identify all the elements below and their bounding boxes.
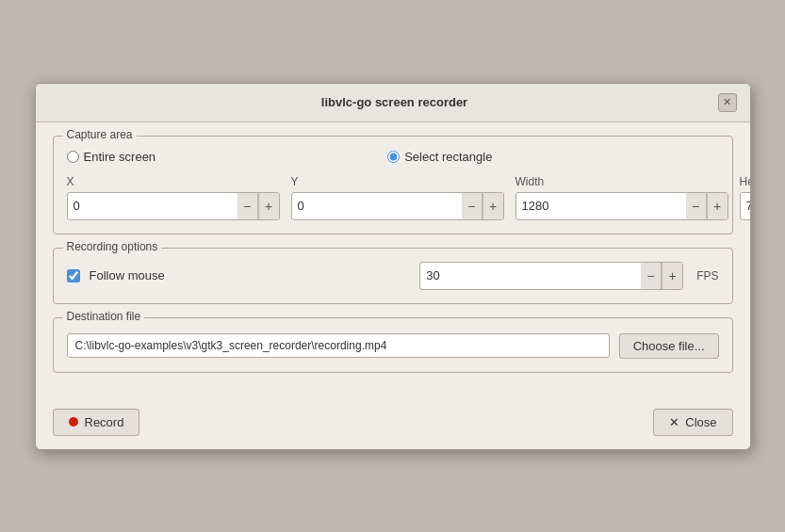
record-dot-icon (69, 417, 78, 427)
entire-screen-radio[interactable] (67, 151, 79, 163)
width-increment-button[interactable]: + (707, 193, 728, 219)
x-decrement-button[interactable]: − (237, 193, 258, 219)
x-increment-button[interactable]: + (258, 193, 279, 219)
destination-file-group: Destination file Choose file... (53, 317, 733, 373)
follow-mouse-label: Follow mouse (90, 268, 165, 282)
fps-spinbox: − + (419, 262, 683, 290)
y-spinbox: − + (291, 192, 504, 220)
recording-options-row: Follow mouse − + FPS (67, 262, 719, 290)
select-rectangle-label: Select rectangle (404, 150, 492, 164)
y-input[interactable] (292, 195, 462, 217)
entire-screen-label: Entire screen (84, 150, 156, 164)
bottom-bar: Record ✕ Close (36, 401, 750, 449)
record-button[interactable]: Record (53, 409, 140, 436)
height-group: Height − + (740, 175, 751, 220)
record-button-label: Record (85, 415, 124, 429)
dialog-title: libvlc-go screen recorder (72, 95, 718, 109)
width-spinbox: − + (515, 192, 728, 220)
height-input[interactable] (741, 195, 751, 217)
main-dialog: libvlc-go screen recorder ✕ Capture area… (35, 83, 751, 450)
capture-mode-row: Entire screen Select rectangle (67, 150, 719, 164)
height-label: Height (740, 175, 751, 188)
width-input[interactable] (516, 195, 686, 217)
close-dialog-label: Close (685, 415, 716, 429)
x-input[interactable] (68, 195, 237, 217)
fps-input[interactable] (420, 265, 641, 286)
recording-options-legend: Recording options (63, 240, 162, 253)
width-label: Width (515, 175, 728, 188)
entire-screen-option[interactable]: Entire screen (67, 150, 156, 164)
destination-file-legend: Destination file (63, 310, 145, 323)
fps-label: FPS (696, 269, 718, 282)
height-spinbox: − + (740, 192, 751, 220)
capture-area-legend: Capture area (63, 128, 137, 141)
fps-decrement-button[interactable]: − (641, 263, 662, 289)
y-increment-button[interactable]: + (482, 193, 503, 219)
y-label: Y (291, 175, 504, 188)
x-group: X − + (67, 175, 280, 220)
destination-path-input[interactable] (67, 333, 610, 358)
y-group: Y − + (291, 175, 504, 220)
x-spinbox: − + (67, 192, 280, 220)
width-group: Width − + (515, 175, 728, 220)
width-decrement-button[interactable]: − (686, 193, 707, 219)
fps-increment-button[interactable]: + (662, 263, 682, 289)
choose-file-button[interactable]: Choose file... (619, 333, 719, 359)
window-close-button[interactable]: ✕ (718, 93, 737, 112)
recording-options-group: Recording options Follow mouse − + FPS (53, 248, 733, 304)
dialog-body: Capture area Entire screen Select rectan… (36, 122, 750, 401)
coordinates-row: X − + Y − + Width (67, 175, 719, 220)
capture-area-group: Capture area Entire screen Select rectan… (53, 136, 733, 234)
close-dialog-button[interactable]: ✕ Close (653, 409, 732, 436)
x-label: X (67, 175, 280, 188)
follow-mouse-checkbox[interactable] (67, 269, 80, 282)
y-decrement-button[interactable]: − (462, 193, 482, 219)
select-rectangle-radio[interactable] (387, 151, 400, 163)
close-x-icon: ✕ (669, 415, 679, 429)
titlebar: libvlc-go screen recorder ✕ (36, 84, 750, 122)
select-rectangle-option[interactable]: Select rectangle (387, 150, 492, 164)
destination-row: Choose file... (67, 333, 719, 359)
